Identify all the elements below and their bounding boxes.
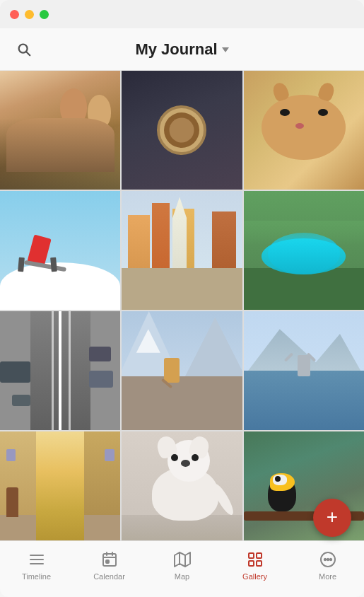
timeline-icon	[28, 550, 46, 569]
gallery-item[interactable]	[122, 191, 242, 310]
title-text: My Journal	[135, 40, 217, 59]
svg-rect-13	[249, 553, 254, 558]
calendar-icon	[100, 550, 119, 569]
svg-line-1	[26, 52, 30, 55]
gallery-item[interactable]	[0, 191, 120, 310]
tab-more[interactable]: More	[291, 550, 364, 581]
search-button[interactable]	[13, 38, 35, 61]
map-label: Map	[175, 572, 189, 581]
gallery-item[interactable]	[122, 71, 242, 190]
tab-map[interactable]: Map	[146, 550, 218, 581]
svg-point-20	[329, 559, 331, 560]
add-icon: +	[327, 507, 338, 527]
gallery-item[interactable]	[244, 71, 364, 190]
gallery-label: Gallery	[242, 572, 267, 581]
add-entry-button[interactable]: +	[313, 499, 351, 537]
map-icon	[173, 550, 192, 569]
minimize-button[interactable]	[25, 10, 34, 19]
title-bar	[0, 0, 364, 28]
chevron-down-icon	[222, 47, 229, 52]
gallery-item[interactable]	[244, 311, 364, 430]
svg-marker-10	[175, 552, 190, 567]
journal-title[interactable]: My Journal	[135, 40, 228, 59]
gallery-item[interactable]	[0, 311, 120, 430]
svg-rect-14	[257, 553, 262, 558]
svg-rect-15	[249, 561, 254, 566]
gallery-item[interactable]	[122, 311, 242, 430]
more-icon	[319, 550, 337, 569]
svg-rect-16	[257, 561, 262, 566]
tab-calendar[interactable]: Calendar	[73, 550, 146, 581]
gallery-item[interactable]	[244, 191, 364, 310]
tab-gallery[interactable]: Gallery	[218, 550, 291, 581]
search-icon	[16, 42, 32, 57]
close-button[interactable]	[10, 10, 19, 19]
maximize-button[interactable]	[40, 10, 49, 19]
gallery-icon	[246, 550, 264, 569]
gallery-item[interactable]	[0, 431, 120, 550]
tab-timeline[interactable]: Timeline	[0, 550, 73, 581]
tab-bar: Timeline Calendar Map	[0, 540, 364, 597]
header: My Journal	[0, 28, 364, 71]
gallery-item[interactable]	[0, 71, 120, 190]
timeline-label: Timeline	[22, 572, 51, 581]
svg-rect-9	[106, 560, 109, 563]
more-label: More	[319, 572, 336, 581]
svg-point-19	[327, 559, 328, 560]
svg-point-18	[324, 559, 325, 560]
photo-gallery	[0, 71, 364, 550]
gallery-item[interactable]	[122, 431, 242, 550]
calendar-label: Calendar	[93, 572, 125, 581]
gallery-item[interactable]	[244, 431, 364, 550]
svg-rect-5	[103, 554, 116, 566]
